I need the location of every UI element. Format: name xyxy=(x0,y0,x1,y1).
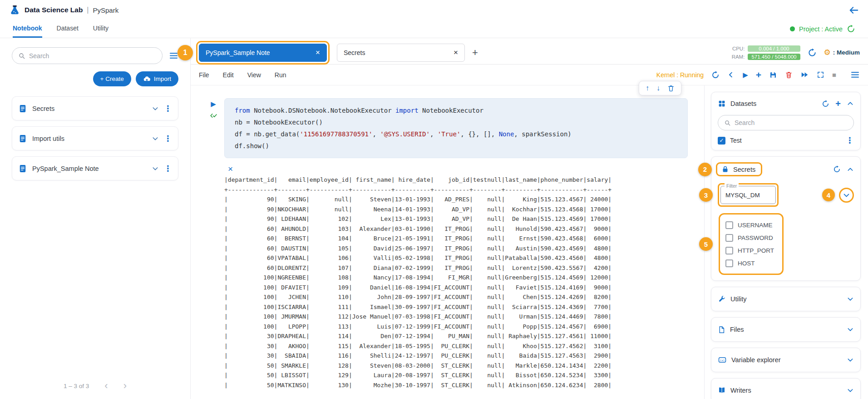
files-card: Files xyxy=(711,317,861,342)
chevron-down-icon[interactable] xyxy=(847,356,854,364)
chevron-down-icon[interactable] xyxy=(152,135,159,142)
search-icon xyxy=(724,120,731,126)
chevron-down-icon[interactable] xyxy=(152,105,159,112)
top-header: Data Science Lab | PySpark xyxy=(0,0,868,20)
add-tab-icon[interactable]: + xyxy=(472,48,478,58)
menu-edit[interactable]: Edit xyxy=(223,71,234,79)
menu-file[interactable]: File xyxy=(199,71,209,79)
delete-notebook-icon[interactable] xyxy=(785,71,793,79)
fullscreen-icon[interactable] xyxy=(817,71,824,79)
resources-refresh-icon[interactable] xyxy=(808,48,817,57)
create-button[interactable]: + Create xyxy=(93,71,131,86)
notebook-list: Secrets ⋮ Import utils ⋮ xyxy=(12,96,178,180)
http-port-checkbox[interactable] xyxy=(725,247,733,254)
annotation-badge-4: 4 xyxy=(822,189,835,201)
add-cell-icon[interactable]: + xyxy=(756,70,761,80)
chevron-down-icon[interactable] xyxy=(847,295,854,303)
host-checkbox[interactable] xyxy=(725,259,733,267)
username-checkbox[interactable] xyxy=(725,221,733,229)
move-cell-down-icon[interactable]: ↓ xyxy=(656,85,660,92)
stop-kernel-icon[interactable]: ■ xyxy=(832,71,836,78)
pagination-next-icon[interactable]: › xyxy=(123,381,127,391)
annotation-box-5: 5 USERNAME PASSWORD xyxy=(719,213,784,275)
nav-tab-notebook[interactable]: Notebook xyxy=(13,20,42,38)
lock-icon xyxy=(721,165,729,173)
app-title: Data Science Lab xyxy=(25,6,83,14)
annotation-box-3: 3 Filter MYSQL_DM xyxy=(718,183,779,207)
code-cell[interactable]: from Notebook.DSNotebook.NotebookExecuto… xyxy=(224,98,688,158)
item-kebab-icon[interactable]: ⋮ xyxy=(164,105,172,113)
annotation-box-2: 2 Secrets xyxy=(716,162,762,176)
datasets-refresh-icon[interactable] xyxy=(822,100,829,108)
save-notebook-icon[interactable] xyxy=(769,71,777,79)
item-kebab-icon[interactable]: ⋮ xyxy=(164,165,172,173)
notebook-canvas: ▶ from Notebook.DSNotebook.NotebookExecu… xyxy=(191,85,705,399)
secrets-dropdown-icon[interactable] xyxy=(843,191,850,199)
chevron-left-icon[interactable] xyxy=(727,71,735,79)
tab-close-icon[interactable]: × xyxy=(316,49,320,56)
chevron-up-icon[interactable] xyxy=(847,166,854,173)
password-checkbox[interactable] xyxy=(725,234,733,242)
notebook-list-item-pyspark-sample-note[interactable]: PySpark_Sample Note ⋮ xyxy=(12,156,178,180)
notebook-list-item-import-utils[interactable]: Import utils ⋮ xyxy=(12,126,178,150)
instance-gear-icon[interactable]: ⚙ xyxy=(824,49,831,56)
output-text: |department_id| email|employee_id| first… xyxy=(224,175,689,390)
kernel-refresh-icon[interactable] xyxy=(711,71,720,79)
primary-nav: Notebook Dataset Utility Project : Activ… xyxy=(0,20,868,38)
tab-close-icon[interactable]: × xyxy=(454,49,458,56)
dataset-test-checkbox[interactable] xyxy=(718,137,725,145)
collapse-panel-arrow-icon[interactable] xyxy=(848,5,859,15)
secrets-filter-input[interactable]: Filter MYSQL_DM xyxy=(720,186,776,204)
chevron-down-icon[interactable] xyxy=(847,387,854,394)
run-cell-icon[interactable]: ▶ xyxy=(743,71,748,78)
chevron-down-icon[interactable] xyxy=(847,326,854,333)
delete-cell-icon[interactable] xyxy=(667,85,675,92)
notebook-tab-secrets[interactable]: Secrets × xyxy=(337,44,465,62)
secret-option-host[interactable]: HOST xyxy=(725,257,774,269)
move-cell-up-icon[interactable]: ↑ xyxy=(646,85,649,92)
file-icon xyxy=(718,326,725,334)
add-dataset-icon[interactable]: + xyxy=(835,99,841,108)
clear-output-icon[interactable]: × xyxy=(228,165,233,173)
datasets-card: Datasets + xyxy=(711,92,861,150)
annotation-badge-3: 3 xyxy=(699,188,713,202)
pagination-prev-icon[interactable]: ‹ xyxy=(104,381,108,391)
notebook-icon xyxy=(18,104,27,113)
cpu-usage-badge: 0.004 / 1.000 xyxy=(748,45,800,52)
app-subtitle: PySpark xyxy=(93,6,119,14)
notebook-list-item-secrets[interactable]: Secrets ⋮ xyxy=(12,96,178,120)
nav-tab-utility[interactable]: Utility xyxy=(93,20,108,38)
nav-tab-dataset[interactable]: Dataset xyxy=(57,20,79,38)
item-kebab-icon[interactable]: ⋮ xyxy=(164,135,172,143)
chevron-up-icon[interactable] xyxy=(847,100,854,107)
project-refresh-icon[interactable] xyxy=(847,25,855,33)
cell-output: × |department_id| email|employee_id| fir… xyxy=(224,165,689,390)
cell-actions-toolbar: ↑ ↓ xyxy=(639,81,681,95)
tab-label: PySpark_Sample Note xyxy=(206,49,270,56)
datasets-title: Datasets xyxy=(730,100,756,107)
secret-option-http-port[interactable]: HTTP_PORT xyxy=(725,244,774,257)
resource-usage: CPU: 0.004 / 1.000 RAM: 571.450 / 5048.0… xyxy=(732,45,862,60)
cpu-label: CPU: xyxy=(732,46,745,51)
menu-view[interactable]: View xyxy=(247,71,261,79)
secrets-refresh-icon[interactable] xyxy=(833,165,841,173)
notebook-menu-icon[interactable] xyxy=(850,70,860,80)
run-all-icon[interactable] xyxy=(800,70,809,79)
ram-usage-badge: 571.450 / 5048.000 xyxy=(748,54,800,60)
notebook-icon xyxy=(18,164,27,173)
sidebar-menu-icon[interactable] xyxy=(169,51,178,60)
sidebar-search-input[interactable] xyxy=(29,52,156,60)
sidebar-search[interactable] xyxy=(12,47,163,64)
secret-option-password[interactable]: PASSWORD xyxy=(725,231,774,244)
notebook-tab-pyspark-sample-note[interactable]: PySpark_Sample Note × xyxy=(199,44,327,62)
secret-option-username[interactable]: USERNAME xyxy=(725,219,774,231)
import-button[interactable]: Import xyxy=(136,71,178,86)
chevron-down-icon[interactable] xyxy=(152,165,159,172)
datasets-search-input[interactable] xyxy=(735,119,848,126)
datasets-search[interactable] xyxy=(718,115,854,130)
run-this-cell-icon[interactable]: ▶ xyxy=(211,100,216,107)
dataset-kebab-icon[interactable]: ⋮ xyxy=(846,136,854,145)
annotation-badge-2: 2 xyxy=(698,163,712,176)
code-cell-container: ▶ from Notebook.DSNotebook.NotebookExecu… xyxy=(207,98,688,158)
menu-run[interactable]: Run xyxy=(275,71,286,79)
